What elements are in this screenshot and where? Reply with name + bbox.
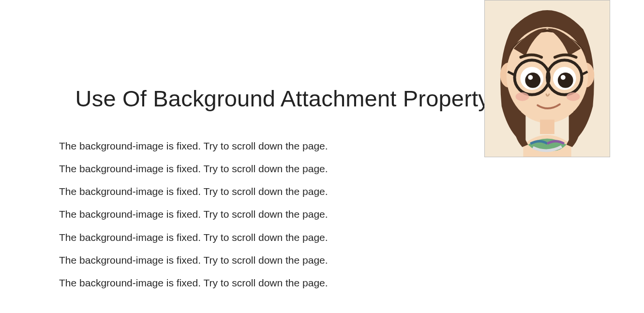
paragraph: The background-image is fixed. Try to sc…: [59, 254, 644, 266]
svg-point-15: [516, 92, 529, 101]
svg-rect-17: [540, 119, 554, 134]
paragraph: The background-image is fixed. Try to sc…: [59, 277, 644, 289]
paragraph: The background-image is fixed. Try to sc…: [59, 231, 644, 243]
background-image-fixed: [484, 0, 610, 157]
paragraph: The background-image is fixed. Try to sc…: [59, 163, 644, 175]
paragraph: The background-image is fixed. Try to sc…: [59, 208, 644, 220]
svg-point-14: [561, 75, 566, 80]
page-root: Use Of Background Attachment Property In…: [0, 0, 644, 313]
paragraph: The background-image is fixed. Try to sc…: [59, 185, 644, 197]
svg-point-11: [525, 73, 540, 88]
svg-point-12: [558, 73, 573, 88]
paragraph-list: The background-image is fixed. Try to sc…: [59, 140, 644, 289]
cartoon-girl-icon: [485, 0, 610, 157]
svg-point-16: [567, 92, 580, 101]
svg-point-13: [528, 75, 533, 80]
